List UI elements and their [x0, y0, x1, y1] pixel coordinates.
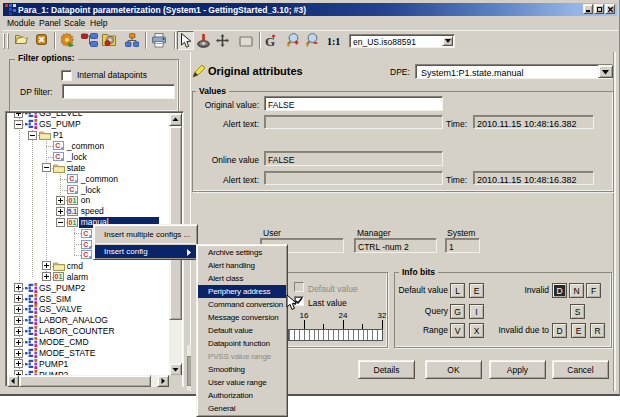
svg-text:1: 1 [72, 219, 76, 226]
svg-text:C: C [83, 251, 88, 258]
svg-text:C: C [69, 175, 74, 182]
svg-text:1: 1 [58, 273, 62, 280]
svg-text:C: C [55, 153, 60, 160]
svg-text:C: C [83, 230, 88, 237]
svg-text:5.1: 5.1 [67, 208, 76, 215]
svg-text:C: C [55, 142, 60, 149]
svg-text:1: 1 [72, 197, 76, 204]
svg-text:C: C [83, 241, 88, 248]
svg-text:C: C [69, 186, 74, 193]
